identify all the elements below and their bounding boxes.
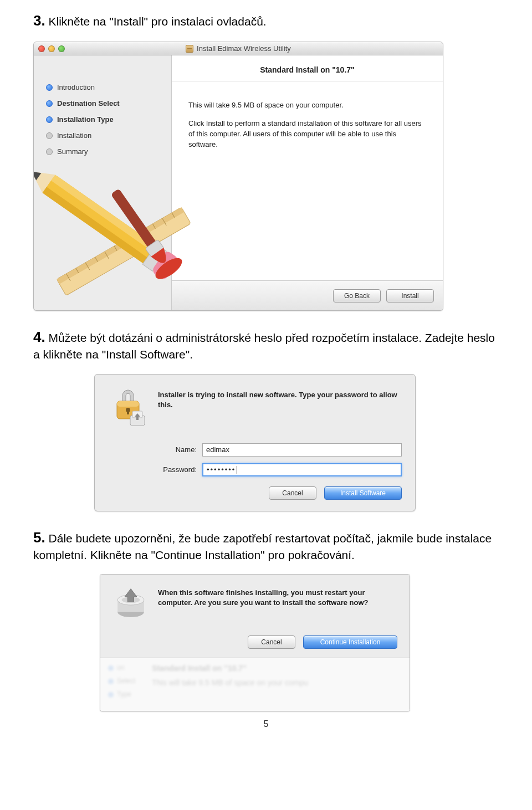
- sidebar-step-installation: Installation: [46, 131, 165, 140]
- step-4-body: Můžete být dotázáni o administrátorské h…: [33, 331, 495, 361]
- page-number: 5: [33, 719, 499, 729]
- background-fade: [100, 658, 410, 711]
- installer-window: Install Edimax Wireless Utility Introduc…: [33, 42, 443, 311]
- svg-line-8: [124, 240, 128, 248]
- sidebar-step-summary: Summary: [46, 147, 165, 156]
- installer-heading: Standard Install on "10.7": [172, 55, 443, 81]
- step-label: Installation: [57, 131, 91, 140]
- step-label: Summary: [57, 147, 88, 156]
- svg-rect-16: [42, 187, 151, 266]
- step-bullet-icon: [46, 116, 53, 123]
- auth-dialog: Installer is trying to install new softw…: [94, 374, 416, 511]
- package-icon: [186, 45, 193, 53]
- svg-rect-14: [42, 175, 159, 266]
- password-input[interactable]: ••••••••: [202, 463, 402, 476]
- svg-rect-15: [51, 175, 160, 254]
- svg-line-3: [76, 268, 79, 273]
- sheet-header-row: When this software finishes installing, …: [112, 587, 397, 623]
- hard-drive-icon: [112, 587, 149, 623]
- installer-sidebar: Introduction Destination Select Installa…: [34, 55, 171, 310]
- cancel-button[interactable]: Cancel: [248, 635, 295, 649]
- installer-content: This will take 9.5 MB of space on your c…: [172, 81, 443, 280]
- svg-marker-19: [33, 162, 55, 193]
- window-titlebar: Install Edimax Wireless Utility: [34, 42, 443, 55]
- svg-line-12: [162, 218, 167, 225]
- name-value: edimax: [206, 445, 229, 454]
- svg-rect-17: [142, 244, 166, 271]
- svg-rect-22: [145, 239, 164, 257]
- svg-marker-20: [33, 168, 41, 180]
- svg-rect-1: [57, 207, 184, 284]
- name-input[interactable]: edimax: [202, 443, 402, 457]
- step-4-text: 4. Můžete být dotázáni o administrátorsk…: [33, 327, 499, 362]
- step-3-body: Klikněte na "Install" pro instalaci ovla…: [49, 15, 267, 28]
- go-back-button[interactable]: Go Back: [333, 289, 381, 303]
- svg-line-7: [114, 246, 117, 251]
- installer-body-line2: Click Install to perform a standard inst…: [188, 119, 426, 150]
- text-caret-icon: [237, 466, 237, 474]
- step-label: Installation Type: [57, 115, 114, 124]
- svg-line-5: [95, 257, 98, 262]
- cancel-button[interactable]: Cancel: [269, 486, 316, 500]
- password-value: ••••••••: [207, 465, 236, 474]
- svg-line-10: [143, 229, 147, 237]
- password-row: Password: ••••••••: [108, 463, 402, 476]
- svg-line-6: [105, 252, 109, 259]
- auth-message: Installer is trying to install new softw…: [158, 388, 402, 410]
- sheet-buttons: Cancel Continue Installation: [112, 635, 397, 649]
- step-4-number: 4.: [33, 329, 45, 345]
- svg-rect-21: [111, 188, 157, 249]
- installer-footer: Go Back Install: [172, 280, 443, 310]
- window-zoom-button[interactable]: [58, 45, 65, 52]
- step-bullet-icon: [46, 100, 53, 107]
- lock-icon: [108, 388, 148, 428]
- name-row: Name: edimax: [108, 443, 402, 457]
- step-bullet-icon: [46, 148, 53, 155]
- continue-installation-button[interactable]: Continue Installation: [303, 635, 397, 649]
- sheet-background: on Select Type Standard Install on "10.7…: [100, 658, 410, 711]
- step-3-number: 3.: [33, 12, 45, 29]
- step-label: Destination Select: [57, 99, 120, 107]
- installer-main: Standard Install on "10.7" This will tak…: [171, 55, 443, 310]
- step-5-number: 5.: [33, 529, 45, 546]
- window-title-text: Install Edimax Wireless Utility: [197, 44, 291, 53]
- installer-body: Introduction Destination Select Installa…: [34, 55, 443, 310]
- name-label: Name:: [108, 445, 202, 454]
- sidebar-step-installation-type: Installation Type: [46, 115, 165, 124]
- installer-body-line1: This will take 9.5 MB of space on your c…: [188, 100, 426, 111]
- installer-steps-list: Introduction Destination Select Installa…: [46, 83, 165, 156]
- restart-warning-dialog: When this software finishes installing, …: [100, 574, 410, 711]
- svg-rect-31: [136, 417, 139, 420]
- svg-line-11: [152, 224, 155, 229]
- svg-line-4: [85, 263, 90, 270]
- restart-message: When this software finishes installing, …: [158, 587, 397, 608]
- sidebar-step-introduction: Introduction: [46, 83, 165, 91]
- svg-rect-0: [57, 207, 191, 295]
- step-5-body: Dále budete upozorněni, že bude zapotřeb…: [33, 532, 492, 561]
- auth-header-row: Installer is trying to install new softw…: [108, 388, 402, 428]
- svg-rect-27: [127, 410, 129, 414]
- svg-line-2: [66, 274, 71, 281]
- step-bullet-icon: [46, 132, 53, 139]
- window-close-button[interactable]: [38, 45, 45, 52]
- step-bullet-icon: [46, 84, 53, 91]
- window-title: Install Edimax Wireless Utility: [34, 44, 443, 53]
- install-button[interactable]: Install: [386, 289, 434, 303]
- sheet-panel: When this software finishes installing, …: [100, 575, 410, 658]
- sidebar-step-destination: Destination Select: [46, 99, 165, 107]
- svg-line-9: [134, 235, 136, 240]
- step-3-text: 3. Klikněte na "Install" pro instalaci o…: [33, 11, 499, 30]
- auth-buttons: Cancel Install Software: [108, 486, 402, 500]
- svg-rect-25: [117, 401, 139, 407]
- install-software-button[interactable]: Install Software: [324, 486, 402, 500]
- step-label: Introduction: [57, 83, 95, 91]
- password-label: Password:: [108, 465, 202, 474]
- window-minimize-button[interactable]: [48, 45, 55, 52]
- step-5-text: 5. Dále budete upozorněni, že bude zapot…: [33, 528, 499, 563]
